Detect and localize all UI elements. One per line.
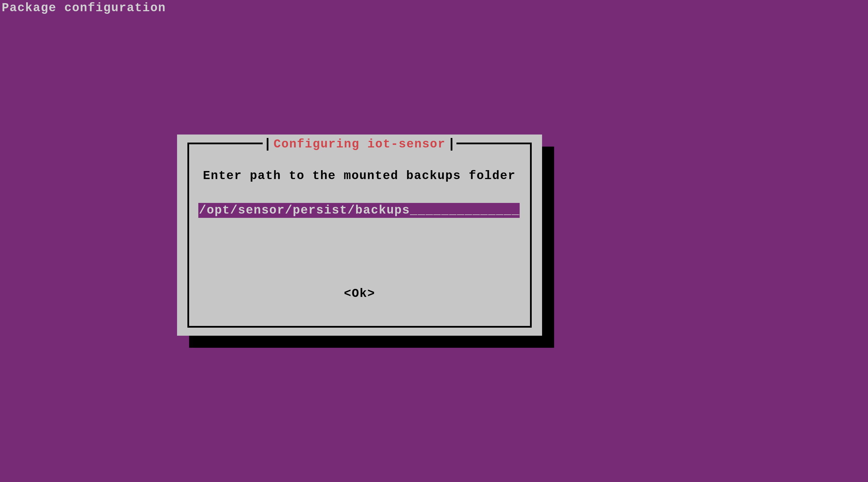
dialog: Configuring iot-sensor Enter path to the… xyxy=(177,134,542,336)
dialog-title-tick-left xyxy=(267,138,269,151)
dialog-title-bar: Configuring iot-sensor xyxy=(177,138,542,151)
dialog-body: Enter path to the mounted backups folder… xyxy=(198,169,521,218)
dialog-title-tick-right xyxy=(451,138,453,151)
backups-path-input[interactable]: /opt/sensor/persist/backups_____________… xyxy=(198,203,520,218)
prompt-text: Enter path to the mounted backups folder xyxy=(203,169,521,183)
ok-button[interactable]: <Ok> xyxy=(344,287,375,301)
dialog-container: Configuring iot-sensor Enter path to the… xyxy=(177,134,542,336)
dialog-title: Configuring iot-sensor xyxy=(274,138,446,151)
page-title: Package configuration xyxy=(2,1,166,15)
